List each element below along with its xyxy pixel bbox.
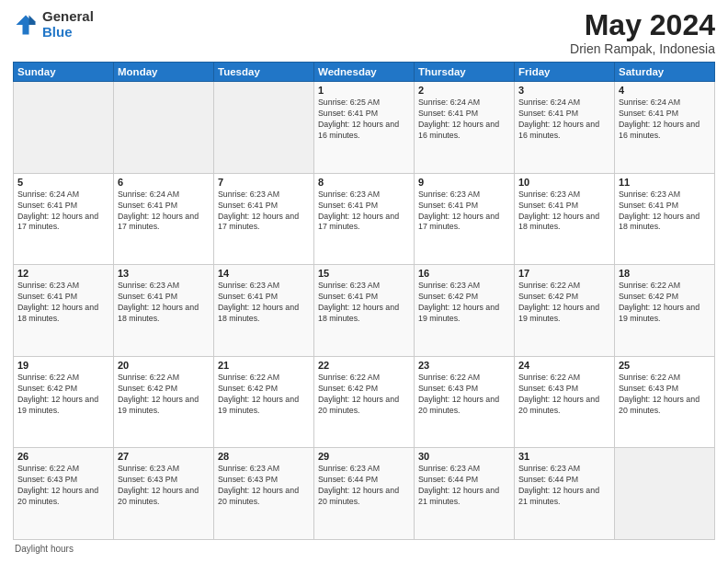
day-number: 24 [518,360,610,371]
day-cell: 5Sunrise: 6:24 AMSunset: 6:41 PMDaylight… [14,173,114,265]
day-cell: 13Sunrise: 6:23 AMSunset: 6:41 PMDayligh… [114,265,214,357]
day-info: Sunrise: 6:23 AMSunset: 6:43 PMDaylight:… [218,464,310,508]
day-info: Sunrise: 6:23 AMSunset: 6:41 PMDaylight:… [318,190,410,234]
day-info: Sunrise: 6:24 AMSunset: 6:41 PMDaylight:… [118,190,210,234]
weekday-header-row: Sunday Monday Tuesday Wednesday Thursday… [14,63,715,82]
day-cell: 9Sunrise: 6:23 AMSunset: 6:41 PMDaylight… [415,173,515,265]
day-info: Sunrise: 6:22 AMSunset: 6:43 PMDaylight:… [619,373,711,417]
day-info: Sunrise: 6:23 AMSunset: 6:41 PMDaylight:… [619,190,711,234]
day-cell: 20Sunrise: 6:22 AMSunset: 6:42 PMDayligh… [114,356,214,448]
day-info: Sunrise: 6:22 AMSunset: 6:42 PMDaylight:… [318,373,410,417]
day-cell: 16Sunrise: 6:23 AMSunset: 6:42 PMDayligh… [415,265,515,357]
title-month: May 2024 [570,9,715,41]
day-cell: 12Sunrise: 6:23 AMSunset: 6:41 PMDayligh… [14,265,114,357]
day-info: Sunrise: 6:22 AMSunset: 6:42 PMDaylight:… [518,281,610,325]
day-cell: 17Sunrise: 6:22 AMSunset: 6:42 PMDayligh… [515,265,615,357]
week-row-3: 12Sunrise: 6:23 AMSunset: 6:41 PMDayligh… [14,265,715,357]
day-cell: 23Sunrise: 6:22 AMSunset: 6:43 PMDayligh… [415,356,515,448]
page: General Blue May 2024 Drien Rampak, Indo… [0,0,728,563]
day-info: Sunrise: 6:23 AMSunset: 6:41 PMDaylight:… [118,281,210,325]
day-number: 20 [118,360,210,371]
day-info: Sunrise: 6:22 AMSunset: 6:42 PMDaylight:… [619,281,711,325]
day-cell [615,448,715,540]
day-number: 12 [17,268,109,279]
day-cell: 7Sunrise: 6:23 AMSunset: 6:41 PMDaylight… [214,173,314,265]
day-cell: 29Sunrise: 6:23 AMSunset: 6:44 PMDayligh… [314,448,415,540]
day-info: Sunrise: 6:24 AMSunset: 6:41 PMDaylight:… [518,98,610,142]
day-number: 23 [418,360,510,371]
day-info: Sunrise: 6:22 AMSunset: 6:43 PMDaylight:… [418,373,510,417]
day-info: Sunrise: 6:23 AMSunset: 6:42 PMDaylight:… [418,281,510,325]
day-cell: 24Sunrise: 6:22 AMSunset: 6:43 PMDayligh… [515,356,615,448]
day-cell: 14Sunrise: 6:23 AMSunset: 6:41 PMDayligh… [214,265,314,357]
day-cell [114,82,214,174]
day-number: 31 [518,451,610,462]
week-row-1: 1Sunrise: 6:25 AMSunset: 6:41 PMDaylight… [14,82,715,174]
day-number: 2 [418,85,510,96]
day-number: 28 [218,451,310,462]
day-info: Sunrise: 6:23 AMSunset: 6:44 PMDaylight:… [518,464,610,508]
day-cell: 28Sunrise: 6:23 AMSunset: 6:43 PMDayligh… [214,448,314,540]
day-cell: 30Sunrise: 6:23 AMSunset: 6:44 PMDayligh… [415,448,515,540]
day-cell: 18Sunrise: 6:22 AMSunset: 6:42 PMDayligh… [615,265,715,357]
day-cell: 1Sunrise: 6:25 AMSunset: 6:41 PMDaylight… [314,82,415,174]
day-cell: 31Sunrise: 6:23 AMSunset: 6:44 PMDayligh… [515,448,615,540]
day-cell: 2Sunrise: 6:24 AMSunset: 6:41 PMDaylight… [415,82,515,174]
logo-icon [13,12,39,38]
day-number: 22 [318,360,410,371]
day-cell: 8Sunrise: 6:23 AMSunset: 6:41 PMDaylight… [314,173,415,265]
day-cell: 22Sunrise: 6:22 AMSunset: 6:42 PMDayligh… [314,356,415,448]
day-info: Sunrise: 6:22 AMSunset: 6:42 PMDaylight:… [118,373,210,417]
day-number: 13 [118,268,210,279]
day-info: Sunrise: 6:24 AMSunset: 6:41 PMDaylight:… [619,98,711,142]
day-number: 8 [318,177,410,188]
day-info: Sunrise: 6:23 AMSunset: 6:41 PMDaylight:… [318,281,410,325]
day-number: 18 [619,268,711,279]
week-row-4: 19Sunrise: 6:22 AMSunset: 6:42 PMDayligh… [14,356,715,448]
day-cell: 10Sunrise: 6:23 AMSunset: 6:41 PMDayligh… [515,173,615,265]
svg-marker-1 [29,15,36,25]
logo-general-text: General [42,9,94,25]
logo-blue-text: Blue [42,25,94,40]
header: General Blue May 2024 Drien Rampak, Indo… [13,9,715,56]
week-row-5: 26Sunrise: 6:22 AMSunset: 6:43 PMDayligh… [14,448,715,540]
day-number: 3 [518,85,610,96]
day-info: Sunrise: 6:24 AMSunset: 6:41 PMDaylight:… [418,98,510,142]
day-cell: 3Sunrise: 6:24 AMSunset: 6:41 PMDaylight… [515,82,615,174]
day-number: 9 [418,177,510,188]
col-sunday: Sunday [14,63,114,82]
day-cell [14,82,114,174]
week-row-2: 5Sunrise: 6:24 AMSunset: 6:41 PMDaylight… [14,173,715,265]
day-cell: 25Sunrise: 6:22 AMSunset: 6:43 PMDayligh… [615,356,715,448]
day-number: 15 [318,268,410,279]
footer-note: Daylight hours [13,544,715,554]
day-number: 5 [17,177,109,188]
day-cell: 26Sunrise: 6:22 AMSunset: 6:43 PMDayligh… [14,448,114,540]
day-cell: 6Sunrise: 6:24 AMSunset: 6:41 PMDaylight… [114,173,214,265]
day-cell: 27Sunrise: 6:23 AMSunset: 6:43 PMDayligh… [114,448,214,540]
calendar-table: Sunday Monday Tuesday Wednesday Thursday… [13,62,715,540]
day-number: 4 [619,85,711,96]
day-number: 6 [118,177,210,188]
day-info: Sunrise: 6:25 AMSunset: 6:41 PMDaylight:… [318,98,410,142]
day-number: 17 [518,268,610,279]
day-cell [214,82,314,174]
day-info: Sunrise: 6:22 AMSunset: 6:42 PMDaylight:… [17,373,109,417]
day-info: Sunrise: 6:23 AMSunset: 6:44 PMDaylight:… [418,464,510,508]
day-cell: 4Sunrise: 6:24 AMSunset: 6:41 PMDaylight… [615,82,715,174]
day-info: Sunrise: 6:22 AMSunset: 6:43 PMDaylight:… [518,373,610,417]
title-block: May 2024 Drien Rampak, Indonesia [570,9,715,56]
col-thursday: Thursday [415,63,515,82]
day-number: 21 [218,360,310,371]
day-cell: 19Sunrise: 6:22 AMSunset: 6:42 PMDayligh… [14,356,114,448]
day-number: 11 [619,177,711,188]
day-info: Sunrise: 6:23 AMSunset: 6:41 PMDaylight:… [17,281,109,325]
day-number: 1 [318,85,410,96]
col-friday: Friday [515,63,615,82]
day-number: 19 [17,360,109,371]
logo-text: General Blue [42,9,94,40]
day-cell: 15Sunrise: 6:23 AMSunset: 6:41 PMDayligh… [314,265,415,357]
day-info: Sunrise: 6:23 AMSunset: 6:43 PMDaylight:… [118,464,210,508]
day-cell: 21Sunrise: 6:22 AMSunset: 6:42 PMDayligh… [214,356,314,448]
day-number: 26 [17,451,109,462]
